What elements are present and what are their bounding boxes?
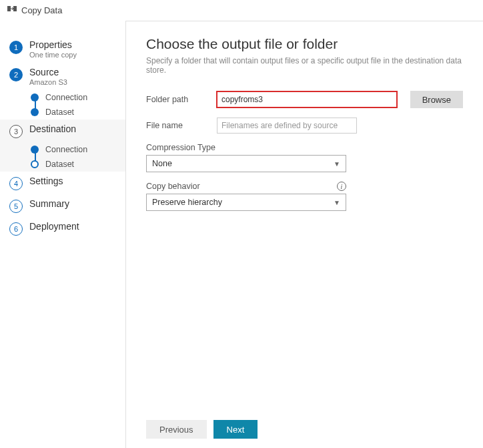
step-number-icon: 5 xyxy=(9,200,23,213)
step-properties[interactable]: 1 Properties One time copy xyxy=(0,35,125,63)
step-label: Destination xyxy=(29,124,76,134)
step-settings[interactable]: 4 Settings xyxy=(0,172,125,194)
step-source[interactable]: 2 Source Amazon S3 xyxy=(0,63,125,90)
compression-value: None xyxy=(152,159,172,168)
folder-path-label: Folder path xyxy=(146,95,210,104)
step-number-icon: 4 xyxy=(9,177,23,190)
copy-behavior-label: Copy behavior xyxy=(146,182,200,191)
step-number-icon: 6 xyxy=(9,222,23,236)
wizard-sidebar: 1 Properties One time copy 2 Source Amaz… xyxy=(0,21,125,448)
substep-label: Connection xyxy=(45,93,87,102)
step-sublabel: Amazon S3 xyxy=(29,78,67,86)
step-number-icon: 3 xyxy=(9,125,23,138)
step-label: Source xyxy=(29,67,67,77)
copy-behavior-value: Preserve hierarchy xyxy=(152,198,222,207)
compression-block: Compression Type None ▼ xyxy=(146,143,463,172)
step-label: Properties xyxy=(29,39,77,50)
previous-button[interactable]: Previous xyxy=(146,420,207,439)
substep-label: Connection xyxy=(45,145,87,154)
next-button[interactable]: Next xyxy=(213,420,258,439)
substep-dataset[interactable]: Dataset xyxy=(29,105,125,120)
substep-connection[interactable]: Connection xyxy=(29,90,125,105)
step-number-icon: 2 xyxy=(9,68,23,81)
substep-label: Dataset xyxy=(45,160,74,169)
destination-substeps: Connection Dataset xyxy=(0,142,125,172)
step-sublabel: One time copy xyxy=(29,51,77,59)
svg-rect-0 xyxy=(7,6,11,11)
filename-label: File name xyxy=(146,121,210,130)
filename-row: File name xyxy=(146,118,463,134)
browse-button[interactable]: Browse xyxy=(410,91,463,108)
step-label: Deployment xyxy=(29,221,79,232)
substep-dot-icon xyxy=(31,160,39,168)
step-number-icon: 1 xyxy=(9,41,23,54)
step-summary[interactable]: 5 Summary xyxy=(0,194,125,217)
copy-behavior-select[interactable]: Preserve hierarchy ▼ xyxy=(146,194,346,211)
step-label: Summary xyxy=(29,198,69,209)
substep-dot-icon xyxy=(31,108,39,116)
substep-label: Dataset xyxy=(45,107,74,117)
folder-path-input[interactable] xyxy=(217,91,397,107)
chevron-down-icon: ▼ xyxy=(334,199,340,206)
copy-behavior-block: Copy behavior i Preserve hierarchy ▼ xyxy=(146,182,463,211)
app-title: Copy Data xyxy=(21,5,62,15)
title-bar: Copy Data xyxy=(0,0,483,21)
substep-dot-icon xyxy=(31,146,39,154)
svg-rect-1 xyxy=(13,6,17,11)
footer-buttons: Previous Next xyxy=(146,413,463,439)
substep-dot-icon xyxy=(31,93,39,101)
compression-select[interactable]: None ▼ xyxy=(146,155,346,172)
step-deployment[interactable]: 6 Deployment xyxy=(0,217,125,240)
substep-connection[interactable]: Connection xyxy=(29,142,125,157)
info-icon[interactable]: i xyxy=(337,182,346,191)
source-substeps: Connection Dataset xyxy=(0,90,125,120)
copy-data-icon xyxy=(7,4,17,17)
main-panel: Choose the output file or folder Specify… xyxy=(125,21,483,448)
substep-dataset[interactable]: Dataset xyxy=(29,157,125,172)
page-subtitle: Specify a folder that will contain outpu… xyxy=(146,56,463,75)
step-label: Settings xyxy=(29,176,63,186)
filename-input[interactable] xyxy=(217,118,357,134)
chevron-down-icon: ▼ xyxy=(334,160,340,168)
compression-label: Compression Type xyxy=(146,143,215,152)
step-destination[interactable]: 3 Destination xyxy=(0,120,125,142)
page-title: Choose the output file or folder xyxy=(146,36,463,52)
folder-path-row: Folder path Browse xyxy=(146,91,463,108)
